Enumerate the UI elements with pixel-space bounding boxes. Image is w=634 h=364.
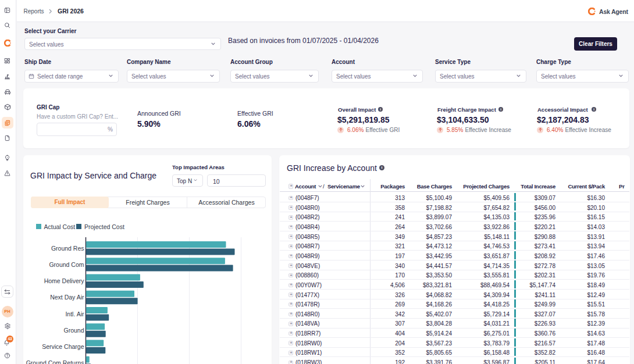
svg-text:Intl. Air: Intl. Air: [65, 311, 84, 317]
svg-text:Service Charge: Service Charge: [42, 343, 84, 350]
svg-text:Next Day Air: Next Day Air: [50, 294, 84, 301]
svg-text:Ground Com: Ground Com: [49, 261, 84, 268]
svg-text:Home Delivery: Home Delivery: [44, 277, 85, 284]
svg-text:Ground: Ground: [63, 327, 84, 334]
svg-text:Ground Res: Ground Res: [51, 245, 84, 252]
svg-text:Ground Com Returns: Ground Com Returns: [26, 359, 84, 364]
